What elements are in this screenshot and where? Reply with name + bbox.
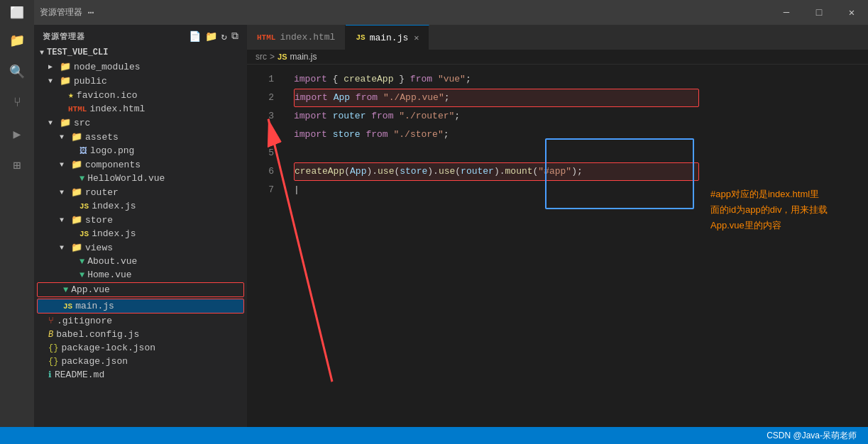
sidebar-item-node-modules[interactable]: ▶ 📁 node_modules bbox=[34, 60, 247, 74]
minimize-button[interactable]: ─ bbox=[770, 0, 803, 25]
code-line-3: import router from "./router"; bbox=[294, 107, 705, 126]
code-line-6: createApp(App).use(store).use(router).mo… bbox=[294, 162, 699, 181]
sidebar-title: 资源管理器 bbox=[43, 31, 85, 42]
sidebar-item-helloworld[interactable]: ▼ HelloWorld.vue bbox=[34, 172, 247, 185]
code-line-2: import App from "./App.vue"; bbox=[294, 89, 699, 107]
sidebar-item-favicon[interactable]: ★ favicon.ico bbox=[34, 88, 247, 102]
tab-index-html-label: index.html bbox=[280, 32, 335, 43]
app-icon: ⬜ bbox=[10, 6, 24, 20]
code-line-7: | bbox=[294, 181, 705, 199]
sidebar-item-readme[interactable]: ℹ README.md bbox=[34, 368, 247, 382]
tab-main-js-label: main.js bbox=[370, 33, 409, 43]
sidebar-item-gitignore[interactable]: ⑂ .gitignore bbox=[34, 314, 247, 328]
sidebar-item-index-html[interactable]: HTML index.html bbox=[34, 102, 247, 116]
close-button[interactable]: ✕ bbox=[835, 0, 868, 25]
sidebar-item-router-index[interactable]: JS index.js bbox=[34, 199, 247, 213]
breadcrumb-src[interactable]: src bbox=[256, 52, 267, 62]
code-content[interactable]: import { createApp } from "vue"; import … bbox=[282, 65, 705, 427]
sidebar-item-store[interactable]: ▼ 📁 store bbox=[34, 213, 247, 227]
sidebar-item-package[interactable]: {} package.json bbox=[34, 355, 247, 368]
tab-close-icon[interactable]: ✕ bbox=[414, 33, 419, 43]
footer-credit: CSDN @Java-呆萌老师 bbox=[767, 430, 857, 442]
tab-index-html[interactable]: HTML index.html bbox=[247, 25, 346, 50]
activity-debug-icon[interactable]: ▶ bbox=[7, 124, 27, 144]
sidebar-item-main-js[interactable]: JS main.js bbox=[37, 299, 244, 313]
sidebar-item-home[interactable]: ▼ Home.vue bbox=[34, 268, 247, 282]
new-file-icon[interactable]: 📄 bbox=[189, 30, 201, 43]
new-folder-icon[interactable]: 📁 bbox=[205, 30, 217, 43]
collapse-icon[interactable]: ⧉ bbox=[231, 30, 238, 43]
activity-explorer-icon[interactable]: 📁 bbox=[7, 30, 27, 50]
sidebar-item-assets[interactable]: ▼ 📁 assets bbox=[34, 130, 247, 144]
breadcrumb-main-js[interactable]: main.js bbox=[290, 52, 317, 62]
sidebar-item-router[interactable]: ▼ 📁 router bbox=[34, 185, 247, 199]
activity-bar: 📁 🔍 ⑂ ▶ ⊞ bbox=[0, 25, 34, 427]
maximize-button[interactable]: □ bbox=[803, 0, 835, 25]
breadcrumb-js-icon: JS bbox=[278, 52, 287, 61]
sidebar-item-about[interactable]: ▼ About.vue bbox=[34, 255, 247, 268]
sidebar-item-logo[interactable]: 🖼 logo.png bbox=[34, 144, 247, 157]
code-line-4: import store from "./store"; bbox=[294, 126, 705, 144]
tab-bar: HTML index.html JS main.js ✕ bbox=[247, 25, 868, 50]
root-folder[interactable]: ▼ TEST_VUE_CLI bbox=[34, 45, 247, 60]
sidebar-item-store-index[interactable]: JS index.js bbox=[34, 227, 247, 240]
code-line-1: import { createApp } from "vue"; bbox=[294, 70, 705, 89]
tab-main-js[interactable]: JS main.js ✕ bbox=[346, 25, 429, 50]
app-title: 资源管理器 bbox=[40, 6, 82, 18]
sidebar-item-views[interactable]: ▼ 📁 views bbox=[34, 240, 247, 255]
status-bar: CSDN @Java-呆萌老师 bbox=[0, 427, 868, 444]
sidebar-item-package-lock[interactable]: {} package-lock.json bbox=[34, 341, 247, 355]
activity-git-icon[interactable]: ⑂ bbox=[7, 93, 27, 113]
breadcrumb: src > JS main.js bbox=[247, 50, 868, 65]
sidebar-item-src[interactable]: ▼ 📁 src bbox=[34, 116, 247, 130]
sidebar-item-app-vue[interactable]: ▼ App.vue bbox=[37, 282, 244, 297]
annotation-text: #app对应的是index.html里 面的id为app的div，用来挂载 Ap… bbox=[710, 187, 862, 233]
editor-area: HTML index.html JS main.js ✕ src > JS ma… bbox=[247, 25, 868, 427]
sidebar-item-public[interactable]: ▼ 📁 public bbox=[34, 74, 247, 88]
line-numbers: 1 2 3 4 5 6 7 bbox=[247, 65, 282, 427]
annotation-panel: #app对应的是index.html里 面的id为app的div，用来挂载 Ap… bbox=[705, 65, 868, 427]
sidebar-item-components[interactable]: ▼ 📁 components bbox=[34, 157, 247, 172]
sidebar-item-babel[interactable]: B babel.config.js bbox=[34, 328, 247, 341]
refresh-icon[interactable]: ↻ bbox=[221, 30, 227, 43]
more-icon[interactable]: ⋯ bbox=[88, 6, 94, 18]
activity-search-icon[interactable]: 🔍 bbox=[7, 62, 27, 82]
code-line-5 bbox=[294, 144, 705, 162]
sidebar: 资源管理器 📄 📁 ↻ ⧉ ▼ TEST_VUE_CLI ▶ 📁 node_mo… bbox=[34, 25, 247, 427]
activity-extensions-icon[interactable]: ⊞ bbox=[7, 155, 27, 175]
